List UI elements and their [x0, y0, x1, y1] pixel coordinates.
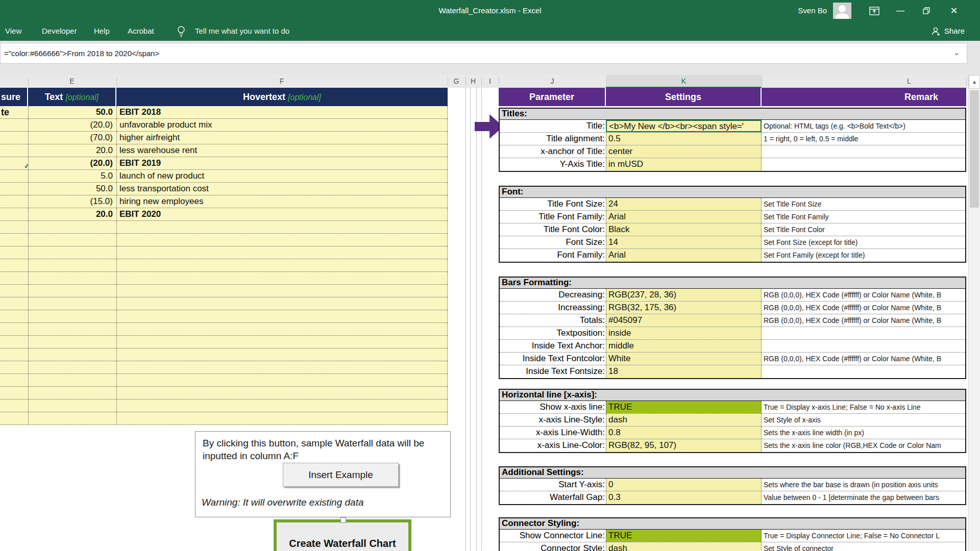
text-value-cell[interactable]	[28, 310, 116, 322]
setting-value-cell[interactable]: TRUE	[606, 530, 762, 542]
text-value-cell[interactable]: (20.0)	[28, 119, 116, 131]
text-value-cell[interactable]: 5.0	[28, 170, 116, 182]
measure-cell[interactable]	[0, 348, 28, 361]
table-row[interactable]	[0, 412, 448, 425]
table-row[interactable]: te50.0EBIT 2018	[0, 106, 448, 119]
table-row[interactable]	[0, 374, 448, 387]
menu-item-developer[interactable]: Developer	[42, 21, 77, 41]
setting-value-cell[interactable]: Arial	[606, 211, 762, 223]
measure-cell[interactable]	[0, 310, 28, 322]
hovertext-cell[interactable]	[116, 234, 448, 246]
setting-value-cell[interactable]: dash	[606, 542, 762, 551]
text-value-cell[interactable]	[28, 412, 116, 424]
ribbon-display-options-icon[interactable]	[863, 0, 886, 21]
scroll-up-icon[interactable]: ▲	[969, 75, 980, 89]
text-value-cell[interactable]	[28, 387, 116, 399]
setting-value-cell[interactable]: 18	[606, 365, 762, 378]
setting-value-cell[interactable]: middle	[606, 340, 762, 352]
hovertext-cell[interactable]	[116, 246, 448, 259]
setting-value-cell[interactable]: RGB(82, 95, 107)	[606, 439, 762, 452]
table-row[interactable]: 5.0launch of new product	[0, 170, 448, 183]
column-header-E[interactable]: E	[69, 75, 74, 88]
setting-value-cell[interactable]: RGB(237, 28, 36)	[606, 289, 762, 301]
create-waterfall-chart-button[interactable]: Create Waterfall Chart	[274, 519, 411, 551]
table-row[interactable]	[0, 399, 448, 412]
hovertext-cell[interactable]	[116, 259, 448, 271]
measure-cell[interactable]	[0, 297, 28, 310]
table-row[interactable]	[0, 272, 448, 285]
text-value-cell[interactable]	[28, 272, 116, 284]
measure-cell[interactable]	[0, 412, 28, 424]
measure-cell[interactable]	[0, 119, 28, 131]
setting-value-cell[interactable]: 0.8	[606, 427, 762, 439]
scrollbar-thumb[interactable]	[970, 90, 979, 208]
setting-value-cell[interactable]: inside	[606, 327, 762, 339]
text-value-cell[interactable]	[28, 285, 116, 297]
column-header-J[interactable]: J	[551, 75, 554, 88]
column-header-H[interactable]: H	[471, 75, 476, 88]
measure-cell[interactable]	[0, 387, 28, 399]
text-value-cell[interactable]	[28, 246, 116, 259]
text-value-cell[interactable]	[28, 234, 116, 246]
share-button[interactable]: Share	[931, 21, 965, 41]
hovertext-cell[interactable]: unfavorable product mix	[116, 119, 448, 131]
measure-cell[interactable]	[0, 234, 28, 246]
hovertext-cell[interactable]	[116, 361, 448, 373]
menu-item-help[interactable]: Help	[94, 21, 110, 41]
measure-cell[interactable]	[0, 285, 28, 297]
vertical-scrollbar[interactable]: ▲	[968, 75, 980, 551]
hovertext-cell[interactable]: EBIT 2020	[116, 208, 448, 220]
hovertext-cell[interactable]	[116, 310, 448, 322]
minimize-button[interactable]: —	[889, 0, 912, 21]
text-value-cell[interactable]	[28, 348, 116, 361]
hovertext-cell[interactable]	[116, 221, 448, 233]
table-row[interactable]: (20.0)✔EBIT 2019	[0, 157, 448, 170]
hovertext-cell[interactable]	[116, 348, 448, 361]
column-header-L[interactable]: L	[907, 75, 911, 88]
table-row[interactable]	[0, 234, 448, 246]
measure-cell[interactable]	[0, 374, 28, 386]
measure-cell[interactable]	[0, 170, 28, 182]
setting-value-cell[interactable]: 24	[606, 198, 762, 210]
avatar[interactable]	[833, 3, 851, 19]
text-value-cell[interactable]	[28, 297, 116, 310]
table-row[interactable]: 50.0less transportation cost	[0, 183, 448, 195]
tell-me-box[interactable]: Tell me what you want to do	[195, 21, 289, 41]
measure-cell[interactable]: te	[0, 106, 28, 118]
hovertext-cell[interactable]: EBIT 2019	[116, 157, 448, 169]
setting-value-cell[interactable]: Black	[606, 223, 762, 236]
menu-item-view[interactable]: View	[5, 21, 21, 41]
text-value-cell[interactable]: 20.0	[28, 208, 116, 220]
hovertext-cell[interactable]: launch of new product	[116, 170, 448, 182]
hovertext-cell[interactable]	[116, 374, 448, 386]
column-header-F[interactable]: F	[280, 75, 284, 88]
text-value-cell[interactable]: (70.0)	[28, 132, 116, 144]
hovertext-cell[interactable]	[116, 399, 448, 412]
restore-button[interactable]	[915, 0, 938, 21]
hovertext-cell[interactable]: less warehouse rent	[116, 144, 448, 157]
table-row[interactable]: (15.0)hiring new employees	[0, 195, 448, 208]
setting-value-cell[interactable]: in mUSD	[606, 158, 762, 171]
setting-value-cell[interactable]: White	[606, 353, 762, 365]
column-header-I[interactable]: I	[489, 75, 491, 88]
hovertext-cell[interactable]	[116, 323, 448, 335]
setting-value-cell[interactable]: #045097	[606, 314, 762, 327]
hovertext-cell[interactable]: higher airfreight	[116, 132, 448, 144]
measure-cell[interactable]	[0, 272, 28, 284]
formula-text[interactable]: ="color:#666666">From 2018 to 2020</span…	[4, 43, 159, 63]
table-row[interactable]	[0, 361, 448, 374]
setting-value-cell[interactable]: <b>My New </b><br><span style='	[606, 120, 762, 132]
table-row[interactable]	[0, 310, 448, 323]
setting-value-cell[interactable]: dash	[606, 414, 762, 426]
column-header-G[interactable]: G	[454, 75, 459, 88]
hovertext-cell[interactable]: hiring new employees	[116, 195, 448, 208]
close-button[interactable]: ✕	[942, 0, 966, 21]
measure-cell[interactable]	[0, 246, 28, 259]
table-row[interactable]: 20.0less warehouse rent	[0, 144, 448, 157]
text-value-cell[interactable]: (15.0)	[28, 195, 116, 208]
table-row[interactable]	[0, 259, 448, 272]
table-row[interactable]	[0, 246, 448, 259]
text-value-cell[interactable]	[28, 323, 116, 335]
table-row[interactable]: (20.0)unfavorable product mix	[0, 119, 448, 132]
table-row[interactable]: 20.0EBIT 2020	[0, 208, 448, 221]
